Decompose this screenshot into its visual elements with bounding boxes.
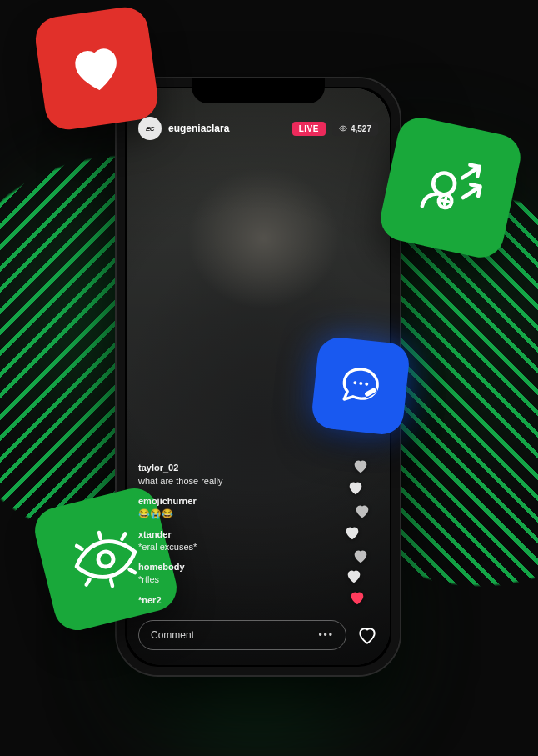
comment-text: *rtles [138, 574, 159, 584]
add-user-icon [405, 142, 496, 233]
chat-badge [311, 336, 411, 437]
bottom-bar: Comment ••• [138, 620, 378, 650]
comment-item: *ner2 [138, 594, 323, 607]
heart-icon [351, 457, 370, 475]
comment-text: what are those really [138, 476, 223, 486]
viewer-count: 4,527 [351, 124, 371, 133]
comment-item: homebody *rtles [138, 561, 323, 586]
comment-text: *eral excuses* [138, 542, 197, 552]
comment-item: xtander *eral excuses* [138, 528, 323, 553]
svg-point-0 [342, 128, 345, 130]
comment-stream: taylor_02 what are those really emojichu… [138, 462, 323, 607]
svg-point-8 [97, 550, 115, 568]
svg-point-4 [359, 382, 362, 385]
comment-placeholder: Comment [151, 629, 194, 641]
heart-badge [32, 4, 161, 133]
comment-item: taylor_02 what are those really [138, 462, 323, 487]
heart-icon [348, 588, 366, 607]
heart-icon [343, 523, 361, 542]
svg-point-5 [365, 383, 368, 386]
svg-point-3 [353, 381, 356, 384]
heart-icon [351, 547, 370, 565]
heart-icon [345, 567, 363, 585]
avatar[interactable]: EC [138, 117, 162, 140]
comment-user: xtander [138, 528, 323, 540]
live-header: EC eugeniaclara LIVE 4,527 [138, 117, 378, 140]
live-badge: LIVE [292, 122, 326, 136]
comment-user: emojichurner [138, 495, 323, 507]
comment-text: 😂😭😂 [138, 508, 173, 518]
heart-icon [353, 502, 371, 520]
heart-icon [63, 35, 129, 101]
floating-hearts [343, 423, 373, 607]
comment-user: *ner2 [138, 594, 323, 606]
more-icon[interactable]: ••• [318, 629, 334, 641]
comment-user: homebody [138, 561, 323, 573]
comment-item: emojichurner 😂😭😂 [138, 495, 323, 520]
username[interactable]: eugeniaclara [168, 123, 229, 134]
comment-input[interactable]: Comment ••• [138, 620, 346, 650]
heart-icon [346, 478, 365, 497]
like-button[interactable] [356, 624, 378, 646]
comment-user: taylor_02 [138, 462, 323, 473]
viewer-count-badge[interactable]: 4,527 [332, 122, 378, 136]
eye-icon [339, 124, 347, 133]
chat-edit-icon [331, 357, 390, 415]
add-user-badge [376, 113, 525, 262]
phone-notch [192, 78, 325, 103]
